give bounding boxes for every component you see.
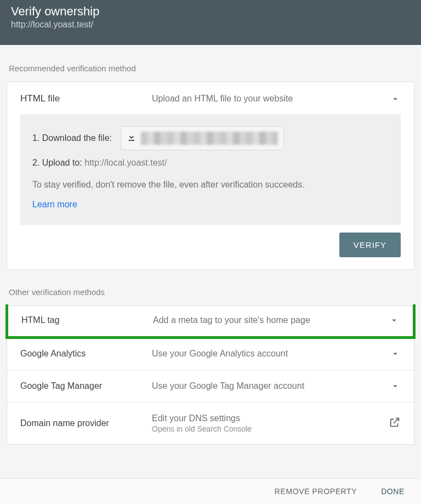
step2-label: 2. Upload to: [32, 158, 82, 168]
verify-row: VERIFY [7, 225, 414, 269]
upload-target-url: http://local.yoast.test/ [84, 158, 167, 168]
recommended-section-label: Recommended verification method [7, 57, 414, 82]
chevron-down-icon [389, 315, 400, 325]
learn-more-link[interactable]: Learn more [32, 200, 77, 209]
method-desc: Use your Google Tag Manager account [152, 381, 390, 391]
dialog-footer: REMOVE PROPERTY DONE [0, 478, 421, 489]
dialog-title: Verify ownership [11, 4, 410, 19]
method-name: Domain name provider [20, 418, 152, 428]
recommended-method-card: HTML file Upload an HTML file to your we… [7, 82, 414, 270]
method-html-tag[interactable]: HTML tag Add a meta tag to your site's h… [5, 304, 416, 339]
dialog-url: http://local.yoast.test/ [11, 20, 410, 30]
download-filename-redacted [141, 132, 278, 145]
method-google-analytics[interactable]: Google Analytics Use your Google Analyti… [7, 337, 414, 370]
step-upload: 2. Upload to: http://local.yoast.test/ [32, 158, 389, 168]
method-google-tag-manager[interactable]: Google Tag Manager Use your Google Tag M… [7, 370, 414, 402]
download-icon [127, 132, 136, 144]
other-methods-list: HTML tag Add a meta tag to your site's h… [7, 305, 414, 445]
open-in-new-icon [389, 416, 401, 431]
dialog-header: Verify ownership http://local.yoast.test… [0, 0, 421, 45]
step-download: 1. Download the file: [32, 126, 389, 150]
method-desc: Use your Google Analytics account [152, 349, 390, 359]
chevron-down-icon [390, 381, 401, 391]
verification-note: To stay verified, don't remove the file,… [32, 180, 389, 190]
instructions-box: 1. Download the file: 2. Upload to: http… [20, 114, 401, 225]
done-button[interactable]: DONE [378, 486, 408, 489]
chevron-up-icon [390, 94, 401, 104]
verify-button[interactable]: VERIFY [339, 233, 401, 257]
method-subtext: Opens in old Search Console [152, 424, 389, 433]
method-name: HTML tag [21, 315, 153, 325]
other-section-label: Other verification methods [7, 270, 414, 305]
html-file-accordion-header[interactable]: HTML file Upload an HTML file to your we… [7, 82, 414, 114]
download-file-chip[interactable] [121, 126, 284, 150]
chevron-down-icon [390, 349, 401, 359]
dialog-content: Recommended verification method HTML fil… [0, 45, 421, 489]
method-domain-name-provider[interactable]: Domain name provider Edit your DNS setti… [7, 402, 414, 444]
method-desc: Upload an HTML file to your website [152, 94, 390, 104]
remove-property-button[interactable]: REMOVE PROPERTY [271, 486, 360, 489]
method-name: Google Tag Manager [20, 381, 152, 391]
method-name: Google Analytics [20, 349, 152, 359]
step1-label: 1. Download the file: [32, 133, 112, 143]
method-name: HTML file [20, 93, 152, 104]
method-desc: Add a meta tag to your site's home page [153, 315, 389, 325]
method-desc: Edit your DNS settings [152, 414, 389, 423]
